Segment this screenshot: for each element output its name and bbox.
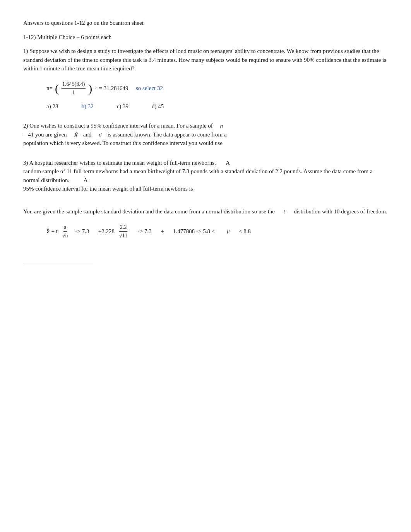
- q1-exponent: 2: [94, 85, 96, 91]
- q1-result: = 31.281649: [99, 84, 128, 93]
- q3-result: 1.477888 -> 5.8 <: [173, 227, 215, 236]
- q3-body-2: random sample of 11 full-term newborns h…: [23, 168, 373, 183]
- q3-note2: distribution with 10 degrees of freedom.: [294, 208, 387, 215]
- q2-text: 2) One wishes to construct a 95% confide…: [23, 121, 388, 148]
- open-paren: (: [55, 83, 59, 94]
- q1-choice-a: a) 28: [46, 102, 58, 111]
- q3-body-1: A hospital researcher wishes to estimate…: [29, 160, 216, 166]
- q1-body: Suppose we wish to design a study to inv…: [23, 48, 386, 72]
- q3-arrow1: -> 7.3: [75, 227, 89, 236]
- mc-note: 1-12) Multiple Choice – 6 points each: [23, 33, 388, 42]
- q3-lt: < 8.8: [239, 227, 251, 236]
- q2-body-4: is assumed known. The data appear to com…: [108, 131, 227, 138]
- q3-s-over-sqrtn: s √n: [62, 223, 69, 240]
- q3-label: 3): [23, 160, 28, 166]
- q2-body-2: = 41 you are given: [23, 131, 67, 138]
- q2-xbar: x̂: [74, 131, 77, 138]
- q1-note: so select 32: [136, 84, 163, 93]
- q3-numerator2: 2.2: [119, 223, 128, 232]
- q2-body-1: One wishes to construct a 95% confidence…: [29, 123, 213, 129]
- q3-sqrtn: √n: [62, 232, 69, 240]
- sqrt11-symbol: √: [119, 233, 122, 239]
- q2-sigma: σ: [99, 131, 101, 138]
- q1-denominator: 1: [72, 89, 76, 97]
- question-1: 1) Suppose we wish to design a study to …: [23, 47, 388, 111]
- q3-s: s: [63, 223, 67, 232]
- q3-2.2-over-sqrt11: 2.2 √11: [118, 223, 128, 240]
- sqrt-symbol: √: [62, 233, 65, 239]
- q2-n-var: n: [220, 123, 223, 129]
- q3-t-var: t: [283, 208, 285, 215]
- question-2: 2) One wishes to construct a 95% confide…: [23, 121, 388, 148]
- q3-letter-a1: A: [226, 160, 230, 166]
- scantron-note: Answers to questions 1-12 go on the Scan…: [23, 19, 388, 27]
- q3-denominator2: √11: [118, 232, 128, 240]
- q1-choices: a) 28 b) 32 c) 39 d) 45: [46, 102, 388, 111]
- close-paren: ): [88, 83, 92, 94]
- q3-arrow2: -> 7.3: [138, 227, 152, 236]
- q3-pm2: ±: [161, 227, 164, 236]
- page-bottom-line: [23, 263, 93, 263]
- question-3: 3) A hospital researcher wishes to estim…: [23, 159, 388, 240]
- q3-note: You are given the sample sample standard…: [23, 207, 388, 216]
- q1-formula-prefix: n=: [46, 84, 53, 93]
- q3-n: n: [65, 233, 68, 239]
- q3-letter-a2: A: [84, 177, 88, 183]
- q1-label: 1): [23, 48, 28, 54]
- q3-xbar-t: x̂ ± t: [46, 227, 58, 236]
- q3-body-3: 95% confidence interval for the mean wei…: [23, 186, 193, 192]
- q2-and: and: [83, 131, 92, 138]
- q3-11: 11: [122, 233, 127, 239]
- q3-formula: x̂ ± t s √n -> 7.3 ±2.228 2.2 √11 -> 7.3…: [46, 223, 388, 240]
- q3-mu: μ: [227, 227, 230, 236]
- q1-text: 1) Suppose we wish to design a study to …: [23, 47, 388, 73]
- q1-choice-d: d) 45: [152, 102, 164, 111]
- q3-text: 3) A hospital researcher wishes to estim…: [23, 159, 388, 193]
- q1-fraction: 1.645(3.4) 1: [62, 80, 86, 97]
- q1-choice-c: c) 39: [117, 102, 128, 111]
- q1-numerator: 1.645(3.4): [62, 80, 86, 89]
- q1-formula: n= ( 1.645(3.4) 1 ) 2 = 31.281649 so sel…: [46, 80, 388, 97]
- q2-label: 2): [23, 123, 28, 129]
- q1-choice-b: b) 32: [81, 102, 93, 111]
- q3-note-text: You are given the sample sample standard…: [23, 208, 275, 215]
- q3-pm: ±2.228: [98, 227, 115, 236]
- q2-body-5: population which is very skewed. To cons…: [23, 140, 223, 146]
